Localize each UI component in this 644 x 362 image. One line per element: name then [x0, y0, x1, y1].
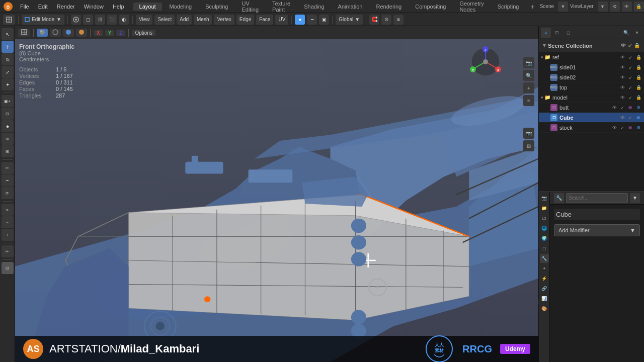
prop-icon-physics[interactable]: ⚡: [540, 274, 549, 283]
ws-tab-scripting[interactable]: Scripting: [492, 3, 525, 11]
outliner-top-vis[interactable]: 👁: [619, 84, 626, 91]
outliner-item-butt[interactable]: ▸ ◻ butt 👁 ↙ ▣ ⊞: [539, 103, 644, 113]
ws-tab-uv-editing[interactable]: UV Editing: [235, 0, 265, 14]
navigation-gizmo[interactable]: Z X Y: [468, 44, 503, 79]
tool-bevel[interactable]: ◆: [2, 120, 14, 132]
outliner-stock-mod[interactable]: ⊞: [635, 124, 642, 131]
outliner-s01-vis[interactable]: 👁: [619, 64, 626, 71]
outliner-cube-mat[interactable]: ▣: [635, 114, 642, 121]
menu-file[interactable]: File: [16, 3, 33, 11]
outliner-butt-mod[interactable]: ⊞: [635, 104, 642, 111]
outliner-select-icon[interactable]: ↙: [628, 43, 632, 48]
outliner-model-sel[interactable]: ↙: [627, 94, 634, 101]
vp-solid-mode[interactable]: [37, 29, 48, 37]
outliner-butt-sel[interactable]: ↙: [619, 104, 626, 111]
outliner-stock-sel[interactable]: ↙: [619, 124, 626, 131]
ws-tab-add[interactable]: +: [526, 2, 538, 12]
vp-render-mode[interactable]: [76, 29, 87, 37]
tb-icon-5[interactable]: ◐: [119, 15, 129, 25]
outliner-top-sel[interactable]: ↙: [627, 84, 634, 91]
tool-crease[interactable]: ⊡: [2, 262, 14, 274]
rp-icon-2[interactable]: ⊡: [552, 28, 562, 38]
outliner-ref-lock[interactable]: 🔒: [635, 54, 642, 61]
tr-icon-1[interactable]: ⚙: [610, 2, 620, 12]
view-layer-select[interactable]: ▼: [598, 2, 608, 12]
prop-icon-render[interactable]: 📷: [540, 194, 549, 203]
tool-poly-build[interactable]: ⊞: [2, 145, 14, 157]
prop-icon-particles[interactable]: ✦: [540, 264, 549, 273]
outliner-s01-sel[interactable]: ↙: [627, 64, 634, 71]
outliner-item-side02[interactable]: ▸ IMG side02 👁 ↙ 🔒: [539, 72, 644, 82]
prop-icon-constraints[interactable]: 🔗: [540, 284, 549, 293]
outliner-item-ref[interactable]: ▾ 📁 ref 👁 ↙ 🔒: [539, 52, 644, 62]
outliner-butt-vis[interactable]: 👁: [611, 104, 618, 111]
blender-logo[interactable]: B: [3, 2, 13, 12]
editor-type-btn[interactable]: [3, 15, 15, 25]
menu-edit[interactable]: Edit: [34, 3, 52, 11]
outliner-cube-sel[interactable]: ↙: [627, 114, 634, 121]
outliner-ref-sel[interactable]: ↙: [627, 54, 634, 61]
outliner-cube-vis[interactable]: 👁: [619, 114, 626, 121]
viewport[interactable]: X Y Z Options Front Orthographic (0) Cub…: [15, 26, 538, 362]
tb-more-icons[interactable]: ≡: [393, 15, 404, 25]
tool-smooth[interactable]: ≈: [2, 204, 14, 216]
edge-select-btn[interactable]: ━: [307, 15, 317, 25]
menu-help[interactable]: Help: [109, 3, 128, 11]
outliner-model-lock[interactable]: 🔒: [635, 94, 642, 101]
ws-tab-texture-paint[interactable]: Texture Paint: [266, 0, 296, 14]
tool-bisect[interactable]: ━: [2, 174, 14, 187]
outliner-s02-lock[interactable]: 🔒: [635, 74, 642, 81]
vp-side-3[interactable]: ⊞: [523, 140, 534, 151]
outliner-butt-mat[interactable]: ▣: [627, 104, 634, 111]
rp-search-icon[interactable]: 🔍: [621, 28, 631, 38]
vp-gizmo-z[interactable]: Z: [116, 30, 125, 36]
select-menu-btn[interactable]: Select: [154, 15, 175, 25]
outliner-s02-vis[interactable]: 👁: [619, 74, 626, 81]
tb-icon-2[interactable]: ◻: [83, 15, 93, 25]
ws-tab-shading[interactable]: Shading: [298, 3, 330, 11]
prop-options-btn[interactable]: ▼: [630, 193, 640, 203]
scene-select[interactable]: ▼: [558, 2, 568, 12]
outliner-top-lock[interactable]: 🔒: [635, 84, 642, 91]
tool-spin[interactable]: ⟳: [2, 187, 14, 199]
prop-icon-view-layer[interactable]: 🗂: [540, 214, 549, 223]
ws-tab-layout[interactable]: Layout: [133, 3, 162, 11]
add-modifier-button[interactable]: Add Modifier ▼: [554, 224, 640, 236]
snap-btn[interactable]: 🧲: [369, 15, 379, 25]
tool-annotate[interactable]: ✏: [2, 245, 14, 257]
face-menu-btn[interactable]: Face: [256, 15, 273, 25]
tr-icon-2[interactable]: 👁: [622, 2, 632, 12]
prop-icon-output[interactable]: 📁: [540, 204, 549, 213]
menu-window[interactable]: Window: [80, 3, 108, 11]
vertex-menu-btn[interactable]: Vertex: [214, 15, 234, 25]
outliner-s02-sel[interactable]: ↙: [627, 74, 634, 81]
rp-icon-3[interactable]: ◻: [563, 28, 573, 38]
outliner-model-vis[interactable]: 👁: [619, 94, 626, 101]
proportional-btn[interactable]: ⊙: [381, 15, 391, 25]
outliner-ref-vis[interactable]: 👁: [619, 54, 626, 61]
edge-menu-btn[interactable]: Edge: [236, 15, 254, 25]
face-select-btn[interactable]: ▣: [319, 15, 329, 25]
vp-editor-type[interactable]: [18, 29, 30, 37]
tool-random[interactable]: ~: [2, 216, 14, 228]
tr-icon-3[interactable]: 🔒: [634, 2, 644, 12]
ws-tab-animation[interactable]: Animation: [332, 3, 369, 11]
view-menu-btn[interactable]: View: [136, 15, 153, 25]
tool-rotate[interactable]: ↻: [2, 53, 14, 65]
properties-search[interactable]: [566, 193, 628, 203]
vp-gizmo-y[interactable]: Y: [105, 30, 115, 36]
tool-scale[interactable]: ⤢: [2, 66, 14, 78]
vp-wireframe-mode[interactable]: [50, 29, 61, 37]
tool-cursor[interactable]: ↖: [2, 28, 14, 40]
tb-icon-4[interactable]: ⬛: [107, 15, 117, 25]
prop-icon-scene[interactable]: 🌐: [540, 224, 549, 233]
prop-icon-data[interactable]: 📊: [540, 294, 549, 303]
outliner-item-model[interactable]: ▾ 📁 model 👁 ↙ 🔒: [539, 93, 644, 103]
prop-icon-material[interactable]: 🎨: [540, 304, 549, 313]
tb-icon-3[interactable]: ⊡: [95, 15, 105, 25]
ws-tab-modeling[interactable]: Modeling: [164, 3, 198, 11]
vp-side-2[interactable]: 📷: [523, 128, 534, 139]
tool-transform[interactable]: ✦: [2, 78, 14, 90]
uv-menu-btn[interactable]: UV: [275, 15, 288, 25]
prop-icon-modifier[interactable]: 🔧: [540, 254, 549, 263]
